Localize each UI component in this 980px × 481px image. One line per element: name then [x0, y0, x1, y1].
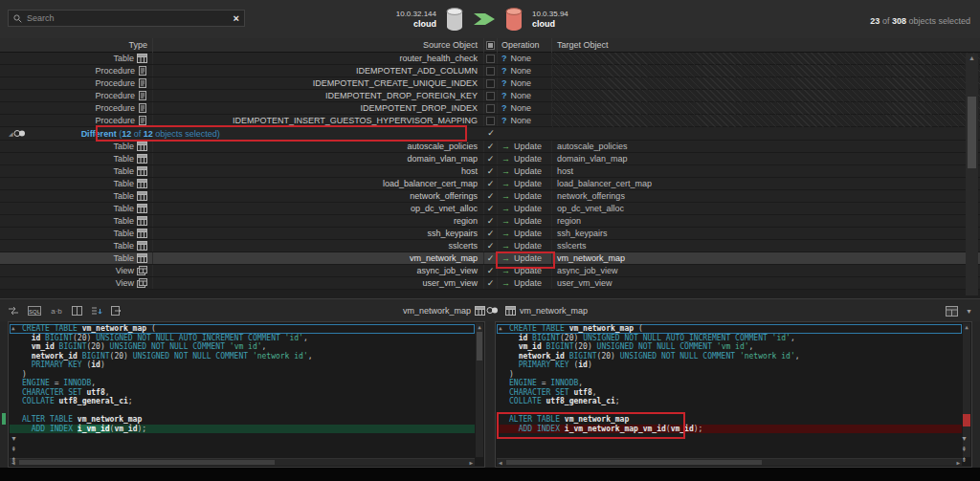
operation-cell[interactable]: →Update [498, 228, 552, 239]
table-row[interactable]: ProcedureIDEMPOTENT_CREATE_UNIQUE_INDEX?… [0, 77, 980, 90]
schema-compare-window: Search × 10.0.32.144 cloud 10.0.35.94 cl… [0, 0, 980, 481]
first-diff-icon[interactable]: ⇞ [11, 446, 17, 452]
operation-cell[interactable]: →Update [498, 165, 552, 177]
row-checkbox[interactable] [486, 55, 495, 63]
last-diff-icon[interactable]: ⇟ [11, 456, 17, 463]
operation-cell[interactable]: →Update [498, 277, 552, 289]
row-checkbox[interactable] [486, 117, 495, 125]
table-row[interactable]: Tabledomain_vlan_map✓→Updatedomain_vlan_… [0, 153, 980, 165]
row-checkbox[interactable] [486, 67, 495, 76]
target-host: 10.0.35.94 [532, 9, 624, 19]
table-row[interactable]: Tablesslcerts✓→Updatesslcerts [0, 240, 980, 252]
row-checkbox[interactable] [486, 79, 495, 88]
scroll-right-arrow-icon[interactable]: ▶ [956, 460, 960, 466]
row-checkbox[interactable] [486, 104, 495, 113]
column-header-operation[interactable]: Operation [498, 38, 552, 53]
operation-cell[interactable]: →Update [498, 178, 552, 189]
operation-cell[interactable]: ?None [498, 90, 552, 101]
object-type-label: Table [113, 54, 134, 63]
scroll-up-arrow-icon[interactable]: ▲ [476, 323, 483, 330]
code-line: vm_id BIGINT(20) UNSIGNED NOT NULL COMME… [22, 342, 475, 352]
source-ddl-panel[interactable]: ▲ CREATE TABLE vm_network_map ( id BIGIN… [8, 321, 485, 468]
table-row[interactable]: ProcedureIDEMPOTENT_DROP_FOREIGN_KEY?Non… [0, 90, 980, 102]
column-header-target-object[interactable]: Target Object [552, 38, 980, 53]
clear-search-icon[interactable]: × [234, 13, 239, 23]
table-row[interactable]: Viewasync_job_view✓→Updateasync_job_view [0, 265, 980, 277]
operation-cell[interactable]: ?None [498, 65, 552, 77]
row-checkbox[interactable]: ✓ [487, 155, 495, 164]
next-diff-icon[interactable]: ▼ [961, 435, 968, 442]
row-checkbox[interactable]: ✓ [487, 180, 495, 188]
row-checkbox[interactable]: ✓ [487, 142, 495, 151]
operation-cell[interactable]: →Update [498, 265, 552, 276]
source-ddl-code[interactable]: CREATE TABLE vm_network_map ( id BIGINT(… [10, 324, 475, 457]
operation-cell[interactable]: →Update [498, 141, 552, 152]
grid-view-icon[interactable] [946, 306, 958, 317]
operation-cell[interactable]: →Update [498, 215, 552, 227]
operation-cell[interactable]: →Update [498, 190, 552, 202]
source-object-label: autoscale_policies [153, 141, 484, 152]
update-arrow-icon: → [501, 191, 510, 201]
table-row[interactable]: ProcedureIDEMPOTENT_ADD_COLUMN?None [0, 65, 980, 77]
comparison-grid: Type Source Object Operation Target Obje… [0, 38, 980, 298]
last-diff-icon[interactable]: ⇟ [962, 456, 968, 463]
column-header-checkbox[interactable] [484, 38, 498, 53]
group-row-different[interactable]: ◢ Different (12 of 12 objects selected) … [0, 127, 980, 141]
table-row[interactable]: ProcedureIDEMPOTENT_DROP_INDEX?None [0, 102, 980, 115]
operation-cell[interactable]: →Update [498, 252, 552, 264]
row-checkbox[interactable]: ✓ [487, 279, 495, 288]
operation-cell[interactable]: ?None [498, 53, 552, 64]
chevron-down-icon[interactable]: ▼ [966, 308, 972, 315]
target-ddl-panel[interactable]: ▲ CREATE TABLE vm_network_map ( id BIGIN… [495, 321, 972, 468]
operation-cell[interactable]: →Update [498, 240, 552, 251]
search-box[interactable]: Search × [8, 10, 245, 27]
row-checkbox[interactable]: ✓ [487, 217, 495, 226]
row-checkbox[interactable] [486, 92, 495, 100]
grid-scrollbar-thumb[interactable] [968, 97, 976, 168]
scroll-up-arrow-icon[interactable]: ▲ [963, 323, 970, 330]
scroll-right-arrow-icon[interactable]: ▶ [469, 460, 473, 466]
select-all-checkbox[interactable] [486, 41, 495, 50]
first-diff-icon[interactable]: ⇞ [962, 446, 968, 452]
target-object-label [552, 90, 980, 102]
table-row[interactable]: Tablevm_network_map✓→Updatevm_network_ma… [0, 252, 980, 265]
operation-label: Update [514, 253, 542, 263]
grid-vertical-scrollbar[interactable]: ▲ [966, 54, 978, 295]
row-checkbox[interactable]: ✓ [487, 267, 495, 275]
table-row[interactable]: ProcedureIDEMPOTENT_INSERT_GUESTOS_HYPER… [0, 115, 980, 127]
procedure-icon [138, 103, 147, 113]
operation-cell[interactable]: ?None [498, 77, 552, 89]
table-row[interactable]: Tablehost✓→Updatehost [0, 165, 980, 178]
left-vertical-scrollbar[interactable]: ▲ [476, 323, 483, 457]
next-diff-icon[interactable]: ▼ [11, 435, 17, 442]
row-checkbox[interactable]: ✓ [487, 242, 495, 251]
right-horizontal-scrollbar[interactable]: ◀ ▶ [497, 458, 962, 466]
table-row[interactable]: Tableregion✓→Updateregion [0, 215, 980, 228]
row-checkbox[interactable]: ✓ [487, 205, 495, 213]
row-checkbox[interactable]: ✓ [487, 230, 495, 238]
table-row[interactable]: Viewuser_vm_view✓→Updateuser_vm_view [0, 277, 980, 290]
left-horizontal-scrollbar[interactable]: ◀ ▶ [10, 458, 475, 466]
table-row[interactable]: Tablenetwork_offerings✓→Updatenetwork_of… [0, 190, 980, 203]
operation-cell[interactable]: ?None [498, 102, 552, 114]
table-row[interactable]: Tablerouter_health_check?None [0, 53, 980, 65]
column-header-source-object[interactable]: Source Object [153, 38, 484, 53]
scroll-left-arrow-icon[interactable]: ◀ [499, 460, 502, 466]
row-checkbox[interactable]: ✓ [487, 167, 495, 176]
operation-cell[interactable]: →Update [498, 203, 552, 214]
row-checkbox[interactable]: ✓ [487, 192, 495, 201]
operation-cell[interactable]: ?None [498, 115, 552, 126]
object-type-label: Table [113, 229, 134, 238]
group-checkbox[interactable]: ✓ [484, 129, 498, 138]
row-checkbox[interactable]: ✓ [487, 254, 495, 263]
table-row[interactable]: Tableload_balancer_cert_map✓→Updateload_… [0, 178, 980, 190]
table-row[interactable]: Tableop_dc_vnet_alloc✓→Updateop_dc_vnet_… [0, 203, 980, 215]
code-line: network_id BIGINT(20) UNSIGNED NOT NULL … [509, 352, 962, 361]
target-ddl-code[interactable]: CREATE TABLE vm_network_map ( id BIGINT(… [497, 324, 962, 457]
table-row[interactable]: Tableautoscale_policies✓→Updateautoscale… [0, 141, 980, 153]
table-row[interactable]: Tablessh_keypairs✓→Updatessh_keypairs [0, 228, 980, 240]
object-type-label: Procedure [95, 78, 135, 88]
scroll-up-arrow-icon[interactable]: ▲ [966, 55, 978, 61]
column-header-type[interactable]: Type [0, 38, 153, 53]
operation-cell[interactable]: →Update [498, 153, 552, 164]
